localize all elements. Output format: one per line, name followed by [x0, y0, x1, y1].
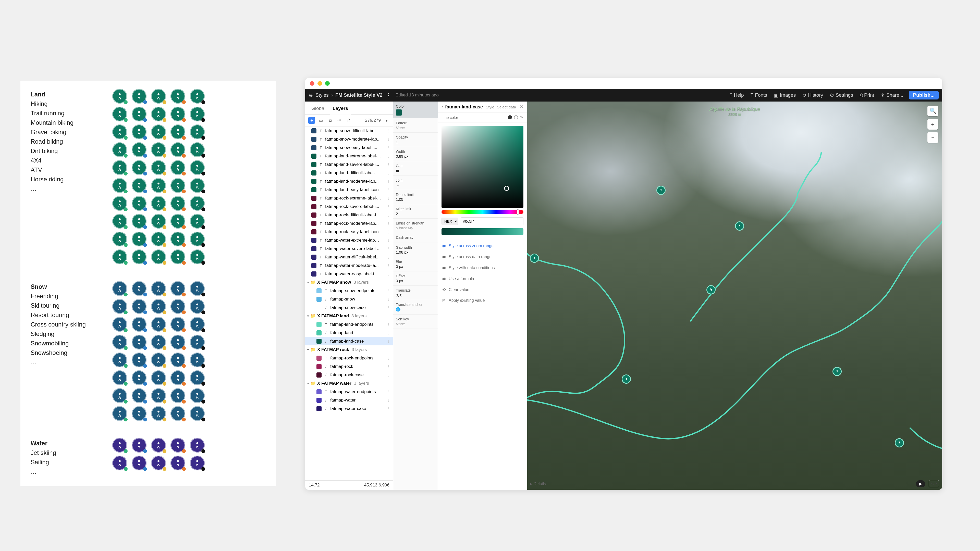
shade-strip[interactable]	[442, 228, 523, 235]
drag-handle-icon[interactable]: ⋮⋮	[383, 289, 390, 293]
drag-handle-icon[interactable]: ⋮⋮	[383, 390, 390, 394]
map-marker[interactable]	[622, 375, 631, 384]
property-row[interactable]: Blur0 px	[393, 257, 438, 272]
style-link[interactable]: Style	[486, 105, 494, 109]
prop-color-swatch[interactable]	[396, 110, 402, 116]
close-icon[interactable]: ✕	[520, 104, 523, 110]
duplicate-icon[interactable]: ⧉	[327, 117, 333, 124]
publish-button[interactable]: Publish...	[909, 91, 939, 100]
layer-row[interactable]: Tfatmap-rock-difficult-label-i...⋮⋮	[305, 211, 393, 219]
layer-row[interactable]: Tfatmap-land-easy-label-icon⋮⋮	[305, 186, 393, 194]
layer-row[interactable]: Tfatmap-water-difficult-label...⋮⋮	[305, 253, 393, 261]
style-option[interactable]: ⇄Style with data conditions	[438, 262, 527, 273]
drag-handle-icon[interactable]: ⋮⋮	[383, 264, 390, 268]
layer-row[interactable]: Tfatmap-land-moderate-lab...⋮⋮	[305, 177, 393, 186]
map-marker[interactable]	[895, 438, 904, 448]
property-row[interactable]: Sort keyNone	[393, 314, 438, 329]
details-toggle[interactable]: ▸ Details	[530, 481, 546, 486]
layer-row[interactable]: /fatmap-water-case⋮⋮	[305, 404, 393, 413]
layer-row[interactable]: Tfatmap-snow-difficult-label-...⋮⋮	[305, 127, 393, 135]
drag-handle-icon[interactable]: ⋮⋮	[383, 230, 390, 234]
color-cursor[interactable]	[504, 186, 509, 191]
property-row[interactable]: Dash array	[393, 233, 438, 243]
drag-handle-icon[interactable]: ⋮⋮	[383, 322, 390, 327]
map-marker[interactable]	[706, 285, 716, 294]
property-row[interactable]: Emission strength0 intensity	[393, 219, 438, 233]
home-icon[interactable]: ⊕	[309, 92, 313, 98]
layer-row[interactable]: Tfatmap-rock-moderate-lab...⋮⋮	[305, 219, 393, 227]
crumb-root[interactable]: Styles	[315, 92, 329, 98]
layer-row[interactable]: Tfatmap-land-severe-label-i...⋮⋮	[305, 160, 393, 168]
layer-row[interactable]: Tfatmap-water-moderate-la...⋮⋮	[305, 261, 393, 270]
property-row[interactable]: Translate0, 0	[393, 286, 438, 300]
clear-value[interactable]: ⟲Clear value	[438, 284, 527, 295]
drag-handle-icon[interactable]: ⋮⋮	[383, 365, 390, 368]
hex-input[interactable]	[461, 218, 523, 225]
hue-handle[interactable]	[517, 210, 519, 214]
drag-handle-icon[interactable]: ⋮⋮	[383, 407, 390, 411]
property-row[interactable]: Gap width1.98 px	[393, 243, 438, 257]
drag-handle-icon[interactable]: ⋮⋮	[383, 306, 390, 310]
code-toggle[interactable]: </>	[929, 480, 939, 487]
zoom-window-icon[interactable]	[325, 81, 330, 86]
minimize-window-icon[interactable]	[318, 81, 322, 86]
layer-row[interactable]: Tfatmap-water-severe-label-...⋮⋮	[305, 245, 393, 253]
drag-handle-icon[interactable]: ⋮⋮	[383, 205, 390, 209]
drag-handle-icon[interactable]: ⋮⋮	[383, 146, 390, 150]
drag-handle-icon[interactable]: ⋮⋮	[383, 154, 390, 158]
layer-row[interactable]: Tfatmap-land-endpoints⋮⋮	[305, 320, 393, 329]
settings-button[interactable]: ⚙Settings	[830, 92, 853, 98]
layer-row[interactable]: Tfatmap-rock-severe-label-i...⋮⋮	[305, 202, 393, 211]
close-window-icon[interactable]	[310, 81, 314, 86]
layer-row[interactable]: Tfatmap-water-extreme-label...⋮⋮	[305, 236, 393, 245]
layer-row[interactable]: /fatmap-land⋮⋮	[305, 329, 393, 337]
layer-row[interactable]: /fatmap-land-case⋮⋮	[305, 337, 393, 345]
color-mode-select[interactable]: HEX	[442, 218, 458, 225]
drag-handle-icon[interactable]: ⋮⋮	[383, 272, 390, 276]
property-row[interactable]: Miter limit2	[393, 204, 438, 219]
drag-handle-icon[interactable]: ⋮⋮	[383, 188, 390, 192]
layer-group[interactable]: ▾ 📁 X FATMAP land3 layers	[305, 312, 393, 320]
drag-handle-icon[interactable]: ⋮⋮	[383, 179, 390, 183]
layer-row[interactable]: /fatmap-snow-case⋮⋮	[305, 303, 393, 312]
layer-row[interactable]: Tfatmap-snow-endpoints⋮⋮	[305, 286, 393, 295]
map-marker[interactable]	[530, 254, 539, 263]
layer-row[interactable]: Tfatmap-water-easy-label-i...⋮⋮	[305, 270, 393, 278]
layer-row[interactable]: Tfatmap-rock-extreme-label-...⋮⋮	[305, 194, 393, 202]
map-marker[interactable]	[656, 186, 666, 195]
search-icon[interactable]: 🔍	[928, 106, 938, 116]
layer-row[interactable]: Tfatmap-rock-endpoints⋮⋮	[305, 354, 393, 362]
share-button[interactable]: ⇪Share...	[881, 92, 904, 98]
layer-row[interactable]: /fatmap-rock-case⋮⋮	[305, 371, 393, 379]
fonts-button[interactable]: TFonts	[751, 92, 767, 98]
crumb-menu-icon[interactable]: ⋮	[386, 92, 391, 98]
drag-handle-icon[interactable]: ⋮⋮	[383, 137, 390, 141]
layer-group[interactable]: ▾ 📁 X FATMAP rock3 layers	[305, 345, 393, 354]
zoom-out-button[interactable]: －	[928, 132, 938, 143]
drag-handle-icon[interactable]: ⋮⋮	[383, 213, 390, 217]
property-row[interactable]: Cap◼	[393, 161, 438, 176]
select-data-link[interactable]: Select data	[497, 105, 516, 109]
apply-existing[interactable]: ⎘Apply existing value	[438, 295, 527, 306]
back-icon[interactable]: ‹	[442, 104, 443, 110]
drag-handle-icon[interactable]: ⋮⋮	[383, 331, 390, 335]
cursor-mode-toggle[interactable]: ▶	[916, 480, 925, 487]
layer-group[interactable]: ▾ 📁 X FATMAP water3 layers	[305, 379, 393, 387]
layer-list[interactable]: Tfatmap-snow-difficult-label-...⋮⋮Tfatma…	[305, 127, 393, 480]
eyedropper-icon[interactable]: ✎	[520, 115, 523, 120]
drag-handle-icon[interactable]: ⋮⋮	[383, 129, 390, 133]
drag-handle-icon[interactable]: ⋮⋮	[383, 339, 390, 343]
layer-row[interactable]: Tfatmap-land-extreme-label-...⋮⋮	[305, 152, 393, 160]
style-option[interactable]: ⇄Style across data range	[438, 251, 527, 262]
property-row[interactable]: Offset0 px	[393, 272, 438, 286]
add-layer-button[interactable]: ＋	[308, 117, 315, 124]
drag-handle-icon[interactable]: ⋮⋮	[383, 238, 390, 242]
style-option[interactable]: ⇄Use a formula	[438, 273, 527, 284]
map-viewport[interactable]: Aiguille de la République 3305 m 🔍 ＋ － ▸…	[527, 102, 942, 490]
folder-icon[interactable]: ▭	[318, 117, 324, 124]
property-row[interactable]: Join┌	[393, 176, 438, 190]
layer-row[interactable]: /fatmap-water⋮⋮	[305, 396, 393, 404]
layer-row[interactable]: Tfatmap-snow-easy-label-i...⋮⋮	[305, 143, 393, 152]
layer-row[interactable]: Tfatmap-land-difficult-label-...⋮⋮	[305, 168, 393, 177]
map-marker[interactable]	[832, 367, 842, 376]
